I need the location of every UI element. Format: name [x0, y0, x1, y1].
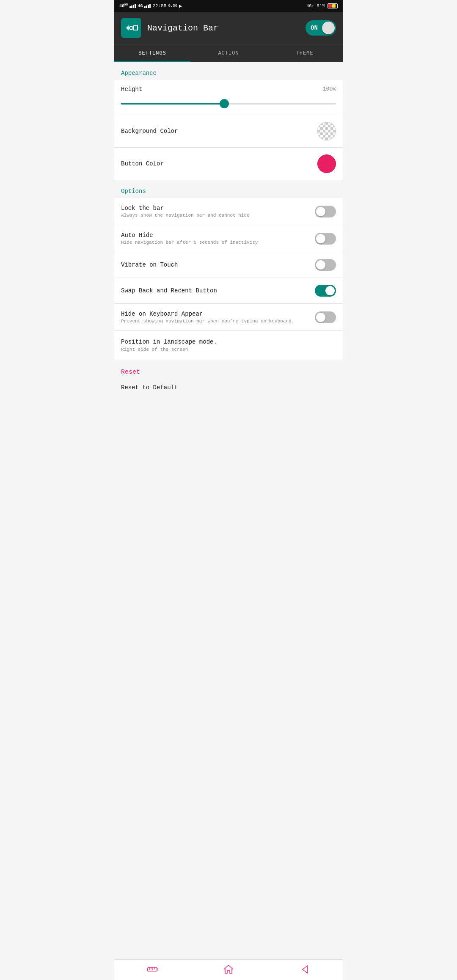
- swap-back-recent-row: Swap Back and Recent Button: [114, 278, 343, 304]
- background-color-swatch[interactable]: [317, 122, 336, 140]
- background-color-row[interactable]: Background Color: [114, 115, 343, 148]
- swap-back-recent-label: Swap Back and Recent Button: [121, 287, 217, 294]
- tab-settings[interactable]: SETTINGS: [114, 44, 190, 62]
- network3-label: 4G₂: [306, 3, 314, 8]
- hide-keyboard-label: Hide on Keyboard Appear: [121, 311, 294, 317]
- battery-percent: 51%: [317, 3, 325, 8]
- auto-hide-toggle[interactable]: [315, 233, 336, 245]
- hide-keyboard-slider: [315, 311, 336, 323]
- button-color-swatch[interactable]: [317, 154, 336, 173]
- swap-back-recent-slider: [315, 285, 336, 297]
- battery-icon: [328, 3, 338, 8]
- auto-hide-row: Auto Hide Hide navigation bar after 5 se…: [114, 225, 343, 252]
- network-indicator: 4GHD: [119, 3, 128, 8]
- appearance-section-header: Appearance: [114, 62, 343, 80]
- status-left: 4GHD 4G 22:55 0.50 ▶: [119, 3, 182, 9]
- lock-bar-text: Lock the bar Always show the navigation …: [121, 205, 250, 218]
- auto-hide-slider: [315, 233, 336, 245]
- button-color-label: Button Color: [121, 160, 164, 167]
- position-landscape-label: Position in landscape mode.: [121, 339, 336, 345]
- reset-button[interactable]: Reset: [121, 369, 140, 376]
- svg-marker-0: [126, 25, 129, 30]
- auto-hide-label: Auto Hide: [121, 232, 258, 239]
- page-title: Navigation Bar: [147, 23, 218, 33]
- tab-theme[interactable]: THEME: [267, 44, 343, 62]
- lock-bar-subtitle: Always show the navigation bar and canno…: [121, 213, 250, 218]
- app-header-left: Navigation Bar: [121, 18, 218, 38]
- hide-keyboard-subtitle: Prevent showing navigation bar when you'…: [121, 319, 294, 324]
- status-bar: 4GHD 4G 22:55 0.50 ▶ 4G₂ 51%: [114, 0, 343, 12]
- height-value: 100%: [323, 86, 336, 93]
- app-icon-box: [121, 18, 141, 38]
- height-row-header: Height 100%: [121, 86, 336, 93]
- height-setting-row: Height 100%: [114, 80, 343, 115]
- button-color-row[interactable]: Button Color: [114, 148, 343, 180]
- signal-bars-1: [129, 4, 136, 8]
- lock-bar-label: Lock the bar: [121, 205, 250, 212]
- hide-keyboard-text: Hide on Keyboard Appear Prevent showing …: [121, 311, 294, 324]
- vibrate-touch-row: Vibrate on Touch: [114, 252, 343, 278]
- svg-rect-2: [134, 26, 138, 30]
- speed-display: 0.50: [168, 4, 177, 8]
- reset-row: Reset: [114, 360, 343, 380]
- cast-icon: ▶: [179, 3, 182, 9]
- position-landscape-row[interactable]: Position in landscape mode. Right side o…: [114, 331, 343, 360]
- vibrate-touch-toggle[interactable]: [315, 259, 336, 271]
- tab-bar: SETTINGS ACTION THEME: [114, 44, 343, 62]
- lock-bar-slider: [315, 206, 336, 217]
- power-toggle[interactable]: ON: [306, 20, 336, 36]
- position-landscape-subtitle: Right side of the screen: [121, 347, 336, 352]
- battery-red: [328, 4, 332, 8]
- time-display: 22:55: [152, 3, 166, 8]
- vibrate-touch-slider: [315, 259, 336, 271]
- vibrate-touch-label: Vibrate on Touch: [121, 262, 178, 268]
- reset-defaults-label: Reset to Default: [121, 384, 178, 391]
- background-color-label: Background Color: [121, 128, 178, 135]
- lock-bar-toggle[interactable]: [315, 206, 336, 217]
- hide-keyboard-toggle[interactable]: [315, 311, 336, 323]
- toggle-on-label: ON: [311, 25, 318, 31]
- hide-keyboard-row: Hide on Keyboard Appear Prevent showing …: [114, 304, 343, 331]
- battery-yellow: [332, 4, 336, 8]
- toggle-thumb: [322, 22, 335, 34]
- nav-bar-icon: [124, 23, 139, 33]
- height-slider[interactable]: [121, 103, 336, 105]
- height-label: Height: [121, 86, 142, 93]
- lock-bar-row: Lock the bar Always show the navigation …: [114, 198, 343, 225]
- network2-label: 4G: [138, 4, 143, 8]
- auto-hide-subtitle: Hide navigation bar after 5 seconds of i…: [121, 240, 258, 245]
- signal-bars-2: [144, 4, 151, 8]
- reset-defaults-row[interactable]: Reset to Default: [114, 380, 343, 399]
- swap-back-recent-toggle[interactable]: [315, 285, 336, 297]
- status-right: 4G₂ 51%: [306, 3, 338, 8]
- app-header: Navigation Bar ON: [114, 12, 343, 44]
- settings-content: Appearance Height 100% Background Color …: [114, 62, 343, 429]
- svg-point-1: [129, 26, 133, 30]
- options-section-header: Options: [114, 180, 343, 198]
- tab-action[interactable]: ACTION: [190, 44, 267, 62]
- auto-hide-text: Auto Hide Hide navigation bar after 5 se…: [121, 232, 258, 245]
